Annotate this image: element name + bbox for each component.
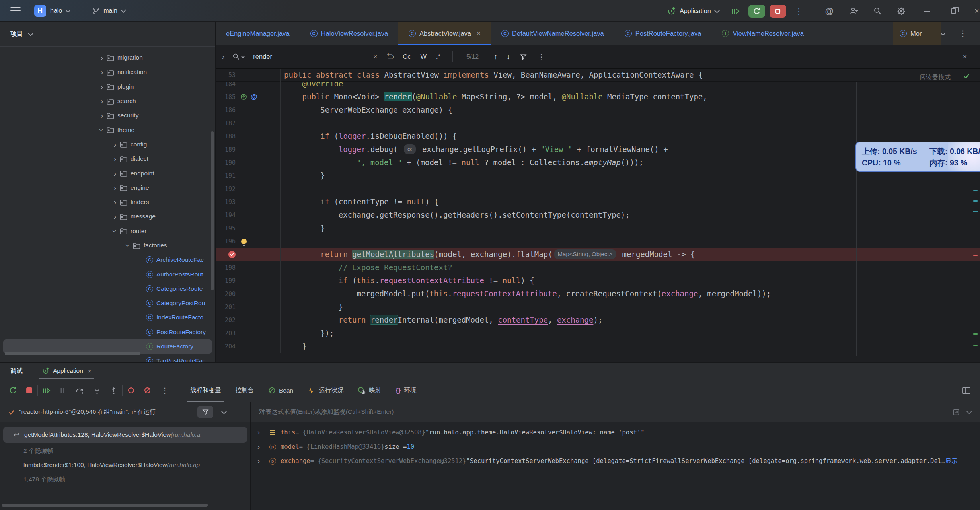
stop-button[interactable] bbox=[770, 5, 786, 18]
pause-icon[interactable] bbox=[59, 387, 66, 394]
chevron-down-icon[interactable] bbox=[221, 408, 227, 414]
gutter[interactable] bbox=[216, 248, 281, 261]
annotation-search-icon[interactable]: @ bbox=[251, 93, 257, 100]
run-config-icon[interactable] bbox=[667, 6, 676, 16]
gutter[interactable]: 186 bbox=[216, 103, 281, 117]
ai-assistant-icon[interactable]: @ bbox=[825, 6, 834, 16]
editor-tab-abstractview-java[interactable]: CAbstractView.java× bbox=[398, 22, 491, 45]
inspections-ok-icon[interactable] bbox=[962, 72, 970, 80]
debugger-tab-[interactable]: {}环境 bbox=[388, 379, 423, 402]
overrides-icon[interactable] bbox=[240, 93, 247, 100]
resume-icon[interactable] bbox=[731, 7, 740, 15]
chevron-down-icon[interactable] bbox=[65, 7, 71, 13]
close-tab-icon[interactable]: × bbox=[477, 29, 481, 37]
watch-expand-icon[interactable] bbox=[953, 409, 959, 415]
tree-item-config[interactable]: ›config bbox=[3, 137, 212, 152]
gutter[interactable]: 202 bbox=[216, 313, 281, 327]
gutter[interactable]: 195 bbox=[216, 222, 281, 235]
gutter[interactable]: 204 bbox=[216, 340, 281, 353]
tree-item-factories[interactable]: ›factories bbox=[3, 238, 212, 253]
tree-item-theme[interactable]: ›theme bbox=[3, 123, 212, 137]
tree-expand-chevron[interactable]: › bbox=[111, 169, 119, 177]
tree-item-authorpostsrout[interactable]: CAuthorPostsRout bbox=[3, 267, 212, 281]
chevron-down-icon[interactable] bbox=[121, 7, 126, 13]
variable-row-this[interactable]: ›this = {HaloViewResolver$HaloView@32508… bbox=[251, 425, 980, 440]
watch-input-row[interactable]: 对表达式求值(Enter)或添加监视(Ctrl+Shift+Enter) bbox=[251, 402, 980, 422]
tree-item-notification[interactable]: ›notification bbox=[3, 65, 212, 79]
code-with-me-icon[interactable] bbox=[849, 7, 858, 16]
step-out-icon[interactable] bbox=[110, 387, 117, 395]
gutter[interactable]: 185@ bbox=[216, 90, 281, 103]
tree-collapse-chevron[interactable]: › bbox=[111, 227, 119, 235]
editor-tab-haloviewresolver-java[interactable]: CHaloViewResolver.java bbox=[300, 22, 398, 45]
tree-expand-chevron[interactable]: › bbox=[111, 140, 119, 148]
previous-match-icon[interactable]: ↑ bbox=[494, 53, 498, 61]
tree-collapse-chevron[interactable]: › bbox=[124, 241, 132, 249]
tree-item-dialect[interactable]: ›dialect bbox=[3, 152, 212, 166]
main-menu-icon[interactable] bbox=[10, 7, 21, 14]
thread-header[interactable]: "reactor-http-nio-6"@20,540 在组"main": 正在… bbox=[0, 402, 250, 422]
git-branch-icon[interactable] bbox=[92, 7, 99, 14]
gutter[interactable]: 200 bbox=[216, 287, 281, 300]
tree-expand-chevron[interactable]: › bbox=[98, 68, 106, 76]
more-actions-icon[interactable]: ⋮ bbox=[795, 6, 803, 16]
gutter[interactable]: 199 bbox=[216, 274, 281, 287]
variable-row-exchange[interactable]: ›pexchange = {SecurityContextServerWebEx… bbox=[251, 454, 980, 468]
tree-item-search[interactable]: ›search bbox=[3, 94, 212, 108]
gutter[interactable]: 201 bbox=[216, 300, 281, 313]
editor-tab-postroutefactory-java[interactable]: CPostRouteFactory.java bbox=[614, 22, 712, 45]
expand-chevron-icon[interactable]: › bbox=[257, 443, 264, 451]
gutter[interactable]: 203 bbox=[216, 327, 281, 340]
breakpoint-icon[interactable] bbox=[228, 251, 236, 258]
expand-chevron-icon[interactable]: › bbox=[257, 457, 264, 465]
editor-tab-mor[interactable]: CMor bbox=[893, 22, 941, 45]
frames-horizontal-scrollbar[interactable] bbox=[2, 504, 208, 507]
gutter[interactable]: 198 bbox=[216, 261, 281, 274]
layout-settings-icon[interactable] bbox=[962, 387, 970, 394]
step-over-icon[interactable] bbox=[75, 387, 84, 395]
tree-item-archiveroutefac[interactable]: CArchiveRouteFac bbox=[3, 253, 212, 267]
tree-item-engine[interactable]: ›engine bbox=[3, 181, 212, 195]
next-match-icon[interactable]: ↓ bbox=[507, 53, 510, 61]
gutter[interactable]: 192 bbox=[216, 182, 281, 195]
chevron-down-icon[interactable] bbox=[28, 30, 33, 36]
intention-bulb-icon[interactable] bbox=[241, 239, 247, 244]
debug-more-icon[interactable]: ⋮ bbox=[161, 386, 169, 395]
tree-item-routefactory[interactable]: IRouteFactory bbox=[3, 339, 212, 354]
tree-item-plugin[interactable]: ›plugin bbox=[3, 80, 212, 94]
project-panel-header[interactable]: 项目 bbox=[0, 22, 215, 47]
project-name[interactable]: halo bbox=[50, 7, 62, 14]
debug-session-tab[interactable]: Application × bbox=[39, 363, 94, 379]
tab-options-icon[interactable]: ⋮ bbox=[959, 22, 967, 45]
gutter[interactable]: 189 bbox=[216, 143, 281, 156]
tree-item-indexroutefacto[interactable]: CIndexRouteFacto bbox=[3, 310, 212, 325]
stack-frame[interactable]: lambda$render$1:100, HaloViewResolver$Ha… bbox=[0, 458, 250, 472]
gutter[interactable]: 190 bbox=[216, 156, 281, 169]
mute-breakpoints-icon[interactable] bbox=[144, 387, 151, 394]
tree-collapse-chevron[interactable]: › bbox=[98, 126, 106, 134]
expand-search-icon[interactable]: › bbox=[222, 53, 224, 61]
debugger-tab-[interactable]: 线程和变量 bbox=[183, 379, 228, 402]
frames-filter-button[interactable] bbox=[197, 406, 213, 418]
tree-item-finders[interactable]: ›finders bbox=[3, 195, 212, 209]
gutter[interactable]: 188 bbox=[216, 130, 281, 143]
tree-expand-chevron[interactable]: › bbox=[111, 212, 119, 220]
expand-chevron-icon[interactable]: › bbox=[257, 428, 264, 437]
stop-icon[interactable] bbox=[26, 387, 33, 394]
search-options-icon[interactable]: ⋮ bbox=[537, 52, 545, 62]
tree-item-migration[interactable]: ›migration bbox=[3, 51, 212, 65]
tree-item-security[interactable]: ›security bbox=[3, 108, 212, 123]
close-session-icon[interactable]: × bbox=[88, 368, 92, 374]
rerun-button[interactable] bbox=[748, 5, 765, 18]
view-breakpoints-icon[interactable] bbox=[127, 387, 135, 394]
gutter[interactable]: 187 bbox=[216, 117, 281, 130]
debugger-tab-[interactable]: 映射 bbox=[351, 379, 388, 402]
step-into-icon[interactable] bbox=[94, 387, 101, 395]
match-case-toggle[interactable]: Cc bbox=[403, 53, 411, 60]
editor-tab-defaultviewnameresolver-java[interactable]: CDefaultViewNameResolver.java bbox=[491, 22, 614, 45]
tree-item-categoriesroute[interactable]: CCategoriesRoute bbox=[3, 282, 212, 296]
code-editor[interactable]: 184@Override185@public Mono<Void> render… bbox=[216, 69, 980, 356]
regex-toggle[interactable]: .* bbox=[436, 53, 440, 60]
debugger-tab-[interactable]: 运行状况 bbox=[300, 379, 351, 402]
gutter[interactable]: 194 bbox=[216, 208, 281, 222]
